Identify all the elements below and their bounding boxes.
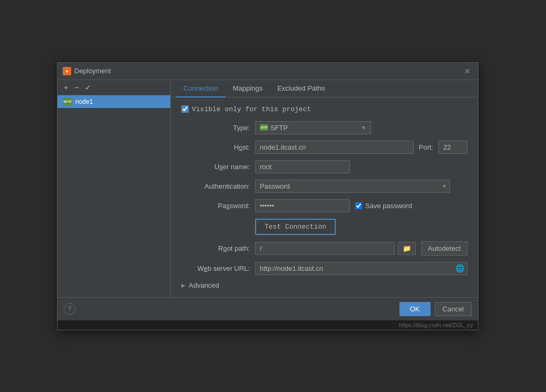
host-row: Host: Port: xyxy=(181,141,467,154)
save-password-label: Save password xyxy=(365,202,412,210)
tabs-bar: Connection Mappings Excluded Paths xyxy=(171,80,478,97)
password-row: Password: Save password xyxy=(181,199,467,212)
remove-server-button[interactable]: − xyxy=(72,82,81,93)
dialog-body: + − ✓ SFTP node1 Connection xyxy=(57,80,478,297)
connection-form: Visible only for this project Type: SFTP… xyxy=(171,97,478,297)
server-item-name: node1 xyxy=(75,98,93,105)
sftp-icon: SFTP xyxy=(63,98,72,105)
visible-only-row: Visible only for this project xyxy=(181,105,467,113)
advanced-section[interactable]: ▶ Advanced xyxy=(181,281,467,289)
open-browser-button[interactable]: 🌐 xyxy=(455,264,464,272)
save-password-checkbox[interactable] xyxy=(355,202,362,209)
test-connection-button[interactable]: Test Connection xyxy=(255,219,336,235)
username-label: User name: xyxy=(181,163,250,171)
root-path-row: Root path: 📁 Autodetect xyxy=(181,241,467,256)
ok-button[interactable]: OK xyxy=(399,302,431,316)
save-password-row: Save password xyxy=(355,202,412,210)
port-label: Port: xyxy=(419,143,433,151)
visible-only-label: Visible only for this project xyxy=(192,105,311,113)
dialog-footer: ? OK Cancel xyxy=(57,297,478,320)
server-item-node1[interactable]: SFTP node1 xyxy=(57,95,170,108)
type-dropdown-arrow: ▼ xyxy=(361,125,366,131)
auth-select[interactable]: Password Key pair OpenSSH config and aut… xyxy=(255,180,450,193)
title-bar: ♦ Deployment ✕ xyxy=(57,63,478,80)
footer-right: OK Cancel xyxy=(399,302,472,316)
advanced-label: Advanced xyxy=(189,281,219,289)
autodetect-button[interactable]: Autodetect xyxy=(421,241,467,256)
port-input[interactable] xyxy=(438,141,467,154)
host-input-group: Port: xyxy=(255,141,467,154)
tab-mappings[interactable]: Mappings xyxy=(226,80,270,97)
type-label: Type: xyxy=(181,124,250,132)
close-button[interactable]: ✕ xyxy=(462,66,473,76)
web-server-row: Web server URL: 🌐 xyxy=(181,262,467,275)
host-label: Host: xyxy=(181,143,250,151)
root-path-label: Root path: xyxy=(181,244,250,252)
type-select-display[interactable]: SFTP SFTP ▼ xyxy=(255,121,371,134)
username-input[interactable] xyxy=(255,160,350,173)
auth-row: Authentication: Password Key pair OpenSS… xyxy=(181,180,467,193)
tab-excluded-paths[interactable]: Excluded Paths xyxy=(270,80,332,97)
footer-left: ? xyxy=(64,303,75,315)
tab-connection[interactable]: Connection xyxy=(176,80,226,97)
web-url-input-group: 🌐 xyxy=(255,262,467,275)
type-value: SFTP xyxy=(270,124,288,132)
auth-label: Authentication: xyxy=(181,182,250,190)
type-row: Type: SFTP SFTP ▼ xyxy=(181,121,467,134)
cancel-button[interactable]: Cancel xyxy=(435,302,472,316)
sidebar: + − ✓ SFTP node1 xyxy=(57,80,171,297)
status-right: https://blog.csdn.net/ZGL_cy xyxy=(399,322,473,328)
visible-only-checkbox[interactable] xyxy=(181,105,189,113)
deployment-dialog: ♦ Deployment ✕ + − ✓ SFTP node1 xyxy=(57,62,479,330)
web-url-input[interactable] xyxy=(255,262,467,275)
dialog-title: Deployment xyxy=(74,67,111,75)
host-input[interactable] xyxy=(255,141,414,154)
confirm-button[interactable]: ✓ xyxy=(83,82,93,93)
root-path-input-group: 📁 xyxy=(255,242,416,255)
app-icon: ♦ xyxy=(63,67,71,75)
web-server-label: Web server URL: xyxy=(181,264,250,272)
title-bar-left: ♦ Deployment xyxy=(63,67,111,75)
type-dropdown-container: SFTP SFTP ▼ xyxy=(255,121,371,134)
add-server-button[interactable]: + xyxy=(62,82,70,93)
advanced-expand-icon: ▶ xyxy=(181,282,186,288)
browse-folder-button[interactable]: 📁 xyxy=(398,242,416,255)
status-bar: https://blog.csdn.net/ZGL_cy xyxy=(57,320,478,330)
test-connection-row: Test Connection xyxy=(181,219,467,235)
password-label: Password: xyxy=(181,202,250,210)
sidebar-toolbar: + − ✓ xyxy=(57,80,170,95)
username-row: User name: xyxy=(181,160,467,173)
help-button[interactable]: ? xyxy=(64,303,75,315)
root-path-input[interactable] xyxy=(255,242,395,255)
sftp-small-icon: SFTP xyxy=(260,124,268,131)
auth-dropdown-container: Password Key pair OpenSSH config and aut… xyxy=(255,180,450,193)
password-input[interactable] xyxy=(255,199,350,212)
content-area: Connection Mappings Excluded Paths Visib… xyxy=(171,80,478,297)
